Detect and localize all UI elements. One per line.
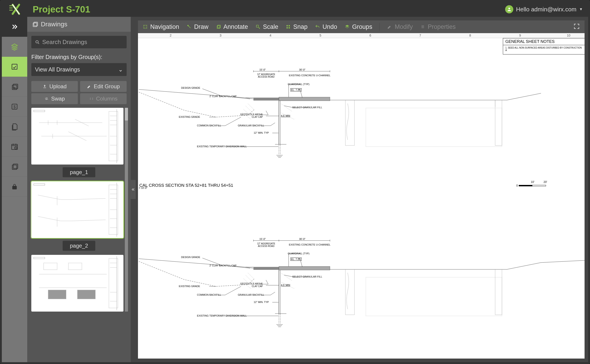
svg-rect-23 <box>217 26 220 28</box>
thumbnail-label: page_1 <box>63 167 95 177</box>
svg-rect-11 <box>33 23 37 26</box>
rail-item-cost[interactable]: $ <box>2 97 27 117</box>
upload-icon <box>42 84 47 89</box>
rail-item-sheets[interactable] <box>2 77 27 97</box>
undo-tool[interactable]: Undo <box>315 23 337 30</box>
dim-15: 15'-0" <box>259 68 266 71</box>
chevron-down-icon: ▼ <box>579 7 583 11</box>
svg-rect-9 <box>13 186 17 189</box>
label-diversion-wall: EXISTING TEMPORARY DIVERSION WALL <box>197 145 247 148</box>
thumbnail-label: page_2 <box>63 241 95 251</box>
draw-tool[interactable]: Draw <box>187 23 208 30</box>
chevron-down-icon: ⌄ <box>118 66 123 73</box>
svg-rect-29 <box>289 27 290 29</box>
label-12min: 12" MIN. TYP <box>254 131 269 134</box>
sidebar-title: Drawings <box>41 21 67 28</box>
svg-rect-7 <box>12 165 17 169</box>
rail-item-schedule[interactable] <box>2 136 27 156</box>
sidebar-header: Drawings <box>27 17 131 32</box>
svg-rect-16 <box>44 263 57 270</box>
rail-item-layers[interactable] <box>2 37 27 57</box>
swap-icon <box>44 97 49 101</box>
label-common-backfill: COMMON BACKFILL <box>197 124 221 127</box>
navigation-tool[interactable]: Navigation <box>143 23 179 30</box>
svg-rect-34 <box>495 100 502 145</box>
svg-rect-37 <box>345 269 354 315</box>
user-menu[interactable]: Hello admin@wirx.com ▼ <box>505 5 583 13</box>
label-geotextile: GEOTEXTILE ABOVE CLAY CAP <box>240 113 263 118</box>
snap-icon <box>285 24 291 30</box>
svg-rect-18 <box>48 290 66 299</box>
label-design-grade: DESIGN GRADE <box>181 86 200 89</box>
undo-icon <box>315 24 320 30</box>
thumbnail-page-2[interactable] <box>31 181 123 238</box>
thumbnail-page-1[interactable] <box>31 108 123 164</box>
svg-text:$: $ <box>13 104 16 109</box>
svg-rect-35 <box>253 267 279 270</box>
svg-rect-27 <box>289 25 290 26</box>
svg-rect-12 <box>34 22 38 26</box>
edit-group-button[interactable]: Edit Group <box>80 81 127 92</box>
svg-rect-30 <box>253 98 279 101</box>
label-guardrail: GUARDRAIL (TYP) <box>288 83 310 85</box>
label-select-fill: SELECT GRANULAR FILL <box>292 106 322 109</box>
annotate-icon <box>216 24 221 30</box>
fullscreen-button[interactable] <box>573 23 580 31</box>
logo <box>2 2 27 17</box>
svg-rect-32 <box>345 100 354 145</box>
scale-bar: 0 10' 20' <box>516 184 546 187</box>
filter-select[interactable]: View All Drawings ⌄ <box>31 63 127 76</box>
sheet-note-1: 1. SEED ALL NON-SURFACED AREAS DISTURBED… <box>503 45 584 54</box>
groups-tool[interactable]: Groups <box>344 23 372 30</box>
dim-30: 30'-0" <box>299 68 305 71</box>
scale-icon <box>255 24 261 30</box>
pencil-icon <box>87 84 91 89</box>
svg-rect-39 <box>495 269 502 315</box>
filter-label: Filter Drawings by Group(s): <box>31 54 127 60</box>
svg-rect-24 <box>218 25 220 28</box>
topbar: Project S-701 Hello admin@wirx.com ▼ <box>27 2 588 17</box>
label-45min: 4.5' MIN <box>281 114 290 117</box>
search-input-wrapper[interactable] <box>31 36 127 48</box>
search-icon <box>35 39 40 45</box>
swap-button[interactable]: Swap <box>31 93 78 104</box>
list-icon <box>420 24 426 30</box>
label-clay-cap: 2' CLAY BACKFILL CAP <box>209 95 236 98</box>
svg-rect-38 <box>366 277 502 316</box>
svg-rect-0 <box>12 64 17 69</box>
properties-tool[interactable]: Properties <box>420 23 456 30</box>
search-input[interactable] <box>42 39 123 46</box>
svg-rect-28 <box>287 27 288 29</box>
collapse-sidebar-button[interactable] <box>131 180 136 199</box>
pencil-icon <box>387 24 392 30</box>
rail-item-documents[interactable] <box>2 117 27 136</box>
thumbnail-scrollbar[interactable] <box>125 108 128 312</box>
filter-value: View All Drawings <box>35 66 80 73</box>
project-title: Project S-701 <box>33 4 90 14</box>
label-existing-grade: EXISTING GRADE <box>179 116 200 118</box>
scale-tool[interactable]: Scale <box>255 23 279 30</box>
cross-section-lower: 15'-0" 30'-0" 12" AGGREGATE ACCESS ROAD … <box>138 228 584 357</box>
section-title: CAL CROSS SECTION STA 52+81 THRU 54+51 <box>139 183 233 188</box>
groups-icon <box>344 24 350 30</box>
upload-button[interactable]: Upload <box>31 81 78 92</box>
modify-tool[interactable]: Modify <box>387 23 413 30</box>
drawing-canvas[interactable]: 2 3 4 5 6 7 8 9 10 GENERAL SHEET NOTES 1… <box>138 33 584 358</box>
toolbar-separator <box>379 23 380 31</box>
sheet-notes-box: GENERAL SHEET NOTES 1. SEED ALL NON-SURF… <box>503 38 584 54</box>
horizontal-ruler: 2 3 4 5 6 7 8 9 10 <box>138 33 584 38</box>
svg-rect-33 <box>366 108 502 147</box>
rail-item-drawings[interactable] <box>2 57 27 77</box>
columns-button[interactable]: Columns <box>80 93 127 104</box>
snap-tool[interactable]: Snap <box>285 23 307 30</box>
annotate-tool[interactable]: Annotate <box>216 23 248 30</box>
rail-item-copies[interactable] <box>2 156 27 176</box>
user-greeting: Hello admin@wirx.com <box>516 6 576 13</box>
rail-item-lock[interactable] <box>2 176 27 196</box>
svg-point-10 <box>508 8 510 9</box>
rail-expand-button[interactable] <box>2 17 27 37</box>
svg-rect-19 <box>77 290 95 299</box>
left-rail: $ <box>2 2 27 362</box>
draw-icon <box>187 24 192 30</box>
thumbnail-page-3[interactable] <box>31 255 123 312</box>
